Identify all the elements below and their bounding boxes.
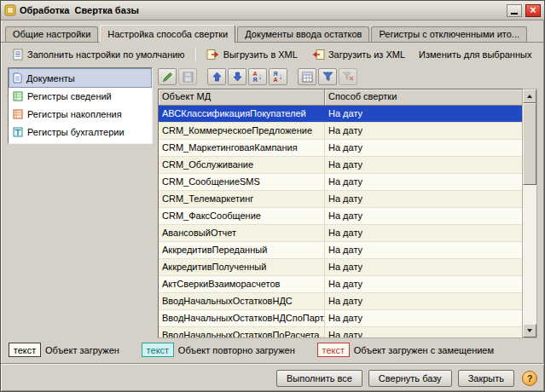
sidebar-item-documents[interactable]: Документы [9, 69, 151, 87]
table-row[interactable]: ВводНачальныхОстатковПоРасчета...На дату [159, 327, 522, 337]
scroll-down-button[interactable] [523, 324, 536, 337]
move-down-button[interactable] [228, 68, 246, 85]
legend-sample-replaced: текст [317, 343, 350, 357]
cell-method: На дату [325, 123, 522, 139]
table-row[interactable]: АВСКлассификацияПокупателейНа дату [159, 106, 522, 123]
tab-content-panel: Заполнить настройки по умолчанию Выгрузи… [1, 42, 544, 363]
table-row[interactable]: АккредитивПереданныйНа дату [159, 242, 522, 259]
cell-object: CRM_МаркетинговаяКампания [159, 140, 325, 156]
table-row[interactable]: CRM_ФаксСообщениеНа дату [159, 208, 522, 225]
move-up-button[interactable] [207, 68, 226, 85]
cell-object: CRM_Обслуживание [159, 157, 325, 173]
cell-method: На дату [325, 225, 522, 241]
close-window-button[interactable]: × [525, 4, 541, 17]
table-row[interactable]: ВводНачальныхОстатковНДСпоПарт...На дату [159, 310, 522, 327]
scrollbar-thumb[interactable] [523, 103, 536, 185]
export-xml-button[interactable]: Выгрузить в XML [200, 46, 304, 63]
object-kind-list: Документы Регистры сведений Регистры нак… [8, 67, 153, 144]
table-row[interactable]: АктСверкиВзаиморасчетовНа дату [159, 276, 522, 293]
information-register-icon [13, 91, 23, 101]
column-header-object: Объект МД [159, 89, 325, 105]
tab-registers-disabled-totals[interactable]: Регистры с отключенными ито... [371, 26, 527, 42]
scroll-up-icon [527, 95, 532, 98]
table-row[interactable]: CRM_ОбслуживаниеНа дату [159, 157, 522, 174]
cell-object: АвансовыйОтчет [159, 225, 325, 241]
import-arrow-icon [311, 49, 325, 61]
filter-button[interactable] [318, 68, 337, 85]
export-xml-label: Выгрузить в XML [223, 49, 298, 60]
sidebar-item-accounting-registers[interactable]: Регистры бухгалтерии [9, 123, 151, 141]
scroll-up-button[interactable] [523, 89, 536, 103]
main-toolbar: Заполнить настройки по умолчанию Выгрузи… [1, 43, 544, 66]
table-row[interactable]: CRM_ТелемаркетингНа дату [159, 191, 522, 208]
table-row[interactable]: АвансовыйОтчетНа дату [159, 225, 522, 242]
sidebar-item-label: Регистры накопления [27, 109, 122, 119]
cell-object: АктСверкиВзаиморасчетов [159, 276, 325, 292]
table-row[interactable]: CRM_СообщениеSMSНа дату [159, 174, 522, 191]
clear-filter-button[interactable] [339, 68, 357, 85]
rollup-table: Объект МД Способ свертки АВСКлассификаци… [158, 89, 537, 338]
export-arrow-icon [206, 49, 220, 61]
sidebar-item-label: Регистры бухгалтерии [27, 127, 125, 137]
arrow-up-icon [212, 72, 222, 82]
rollup-database-button[interactable]: Свернуть базу [368, 370, 452, 387]
tab-rollup-method-settings[interactable]: Настройка способа свертки [100, 25, 235, 43]
legend-label-reloaded: Объект повторно загружен [178, 345, 295, 355]
document-icon [13, 72, 22, 84]
floppy-disk-icon [183, 72, 194, 83]
cell-method: На дату [325, 191, 522, 207]
tab-balance-entry-documents[interactable]: Документы ввода остатков [237, 26, 369, 42]
accumulation-register-icon [13, 109, 23, 119]
funnel-icon [322, 72, 333, 82]
sidebar-item-information-registers[interactable]: Регистры сведений [9, 87, 151, 105]
cell-object: CRM_СообщениеSMS [159, 174, 325, 190]
fill-default-settings-button[interactable]: Заполнить настройки по умолчанию [6, 46, 191, 63]
change-selected-button[interactable]: Изменить для выбранных [413, 47, 537, 62]
table-row[interactable]: CRM_КоммерческоеПредложениеНа дату [159, 123, 522, 140]
cell-object: ВводНачальныхОстатковНДСпоПарт... [159, 310, 325, 326]
change-selected-label: Изменить для выбранных [419, 49, 531, 60]
sort-ascending-button[interactable]: АЯ ↓ [248, 68, 267, 85]
column-header-method: Способ свертки [325, 89, 522, 105]
cell-method: На дату [325, 174, 522, 190]
help-button[interactable]: ? [522, 371, 537, 386]
minimize-button[interactable] [507, 4, 522, 17]
cell-method: На дату [325, 157, 522, 173]
cell-object: CRM_ФаксСообщение [159, 208, 325, 224]
import-xml-button[interactable]: Загрузить из XML [305, 46, 411, 63]
legend-sample-loaded: текст [9, 343, 41, 357]
table-row[interactable]: CRM_МаркетинговаяКампанияНа дату [159, 140, 522, 157]
run-all-button[interactable]: Выполнить все [276, 370, 362, 387]
sort-descending-button[interactable]: ЯА ↓ [269, 68, 287, 85]
titlebar: Обработка Свертка базы × [1, 1, 544, 20]
cell-method: На дату [325, 293, 522, 309]
fill-default-settings-label: Заполнить настройки по умолчанию [27, 49, 185, 60]
table-row[interactable]: АккредитивПолученныйНа дату [159, 259, 522, 276]
cell-method: На дату [325, 140, 522, 156]
list-sheet-icon [12, 49, 24, 61]
list-settings-button[interactable] [298, 68, 316, 85]
footer: Выполнить все Свернуть базу Закрыть ? [1, 365, 544, 391]
pencil-icon [162, 72, 173, 83]
cell-object: CRM_Телемаркетинг [159, 191, 325, 207]
tab-general-settings[interactable]: Общие настройки [5, 26, 98, 42]
cell-method: На дату [325, 327, 522, 337]
accounting-register-icon [13, 127, 23, 137]
cell-method: На дату [325, 259, 522, 275]
arrow-down-icon [233, 72, 242, 82]
sort-az-icon: АЯ [252, 71, 257, 83]
close-button[interactable]: Закрыть [458, 370, 514, 387]
grid-settings-icon [302, 72, 313, 83]
minimize-icon [511, 13, 518, 14]
sidebar-item-accumulation-registers[interactable]: Регистры накопления [9, 105, 151, 123]
scrollbar-track[interactable] [523, 103, 536, 324]
app-window: Обработка Свертка базы × Общие настройки… [0, 0, 545, 392]
scroll-down-icon [527, 329, 532, 332]
table-row[interactable]: ВводНачальныхОстатковНДСНа дату [159, 293, 522, 310]
tabstrip: Общие настройки Настройка способа свертк… [1, 20, 544, 42]
sort-za-icon: ЯА [273, 71, 277, 83]
save-button[interactable] [178, 68, 197, 85]
legend-label-replaced: Объект загружен с замещением [354, 345, 494, 355]
legend: текст Объект загружен текст Объект повто… [1, 339, 544, 363]
edit-row-button[interactable] [158, 68, 177, 85]
